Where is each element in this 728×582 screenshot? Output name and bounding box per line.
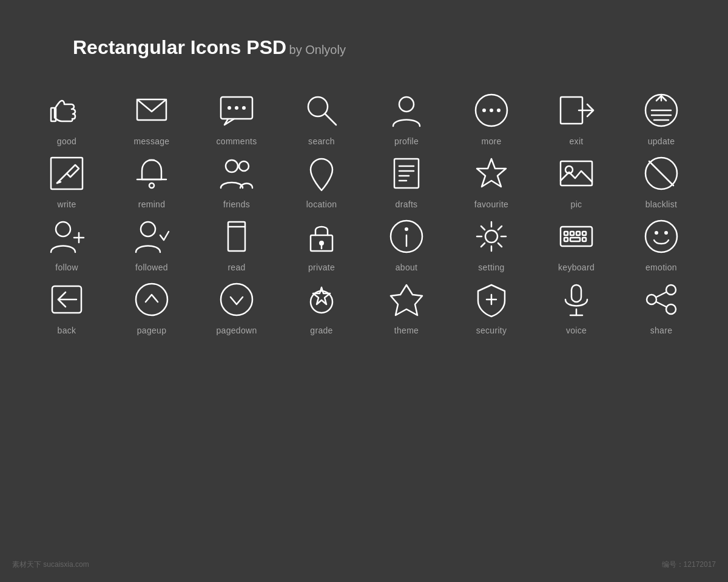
svg-line-21: [57, 173, 67, 183]
svg-rect-67: [582, 238, 586, 241]
svg-point-50: [405, 227, 408, 231]
keyboard-label: keyboard: [558, 263, 595, 272]
watermark-right: 编号：12172017: [662, 560, 716, 570]
back-label: back: [58, 326, 76, 335]
svg-point-42: [141, 222, 155, 236]
pagedown-label: pagedown: [216, 326, 257, 335]
icon-row-1: good message comments: [33, 89, 695, 146]
exit-label: exit: [570, 136, 584, 146]
svg-rect-29: [394, 159, 419, 188]
icon-pic[interactable]: pic: [543, 152, 610, 209]
exit-icon: [555, 89, 598, 132]
icon-keyboard[interactable]: keyboard: [543, 215, 610, 272]
blacklist-icon: [640, 152, 682, 195]
profile-icon: [385, 89, 428, 132]
icon-theme[interactable]: theme: [373, 278, 440, 335]
icon-pageup[interactable]: pageup: [118, 278, 185, 335]
blacklist-label: blacklist: [645, 199, 678, 209]
icon-emotion[interactable]: emotion: [628, 215, 695, 272]
svg-point-28: [317, 166, 326, 174]
icon-favourite[interactable]: favourite: [458, 152, 525, 209]
icon-grade[interactable]: grade: [288, 278, 355, 335]
icon-share[interactable]: share: [628, 278, 695, 335]
icon-private[interactable]: private: [288, 215, 355, 272]
good-label: good: [57, 136, 76, 146]
icon-comments[interactable]: comments: [203, 89, 270, 146]
icon-blacklist[interactable]: blacklist: [628, 152, 695, 209]
read-icon: [215, 215, 258, 258]
svg-rect-35: [561, 161, 592, 186]
icon-row-4: back pageup pagedown: [33, 278, 695, 335]
icon-back[interactable]: back: [33, 278, 100, 335]
icon-setting[interactable]: setting: [458, 215, 525, 272]
icon-exit[interactable]: exit: [543, 89, 610, 146]
svg-line-38: [649, 161, 673, 186]
svg-point-51: [485, 230, 497, 242]
svg-point-70: [664, 231, 668, 235]
icon-remind[interactable]: remind: [118, 152, 185, 209]
svg-point-3: [228, 106, 231, 110]
icon-follow[interactable]: follow: [33, 215, 100, 272]
svg-point-83: [666, 285, 676, 295]
favourite-label: favourite: [474, 199, 508, 209]
update-label: update: [648, 136, 675, 146]
private-label: private: [308, 263, 335, 272]
pagedown-icon: [215, 278, 258, 321]
svg-line-86: [656, 292, 666, 297]
icon-friends[interactable]: friends: [203, 152, 270, 209]
icon-voice[interactable]: voice: [543, 278, 610, 335]
emotion-label: emotion: [645, 263, 677, 272]
watermark: 素材天下 sucaisxia.com 编号：12172017: [0, 560, 728, 570]
update-icon: [640, 89, 682, 132]
icon-about[interactable]: about: [373, 215, 440, 272]
icon-update[interactable]: update: [628, 89, 695, 146]
svg-rect-80: [571, 285, 581, 302]
drafts-label: drafts: [396, 199, 418, 209]
icon-read[interactable]: read: [203, 215, 270, 272]
icon-more[interactable]: more: [458, 89, 525, 146]
svg-point-68: [645, 221, 677, 252]
profile-label: profile: [394, 136, 419, 146]
icon-row-3: follow followed read: [33, 215, 695, 272]
pic-icon: [555, 152, 598, 195]
watermark-left: 素材天下 sucaisxia.com: [12, 560, 89, 570]
icon-good[interactable]: good: [33, 89, 100, 146]
icon-location[interactable]: location: [288, 152, 355, 209]
icon-drafts[interactable]: drafts: [373, 152, 440, 209]
icon-security[interactable]: security: [458, 278, 525, 335]
icon-followed[interactable]: followed: [118, 215, 185, 272]
icon-write[interactable]: write: [33, 152, 100, 209]
drafts-icon: [385, 152, 428, 195]
svg-line-58: [498, 226, 502, 230]
title-area: Rectangular Icons PSD by Onlyoly: [0, 0, 728, 83]
svg-point-5: [242, 106, 246, 110]
icon-message[interactable]: message: [118, 89, 185, 146]
remind-icon: [130, 152, 173, 195]
search-icon: [300, 89, 343, 132]
svg-line-7: [325, 114, 336, 125]
svg-marker-76: [313, 287, 330, 304]
svg-line-87: [656, 302, 666, 307]
friends-label: friends: [223, 199, 250, 209]
emotion-icon: [640, 215, 682, 258]
follow-label: follow: [55, 263, 78, 272]
pageup-icon: [130, 278, 173, 321]
about-icon: [385, 215, 428, 258]
more-icon: [470, 89, 513, 132]
icon-pagedown[interactable]: pagedown: [203, 278, 270, 335]
setting-icon: [470, 215, 513, 258]
svg-marker-77: [391, 285, 422, 315]
icon-profile[interactable]: profile: [373, 89, 440, 146]
svg-point-11: [490, 109, 493, 112]
icon-search[interactable]: search: [288, 89, 355, 146]
voice-icon: [555, 278, 598, 321]
comments-icon: [215, 89, 258, 132]
share-label: share: [650, 326, 673, 335]
message-label: message: [134, 136, 170, 146]
sub-title: by Onlyoly: [289, 43, 346, 56]
svg-rect-63: [576, 232, 580, 235]
about-label: about: [396, 263, 418, 272]
svg-point-12: [497, 109, 500, 112]
favourite-icon: [470, 152, 513, 195]
svg-point-84: [647, 295, 656, 304]
